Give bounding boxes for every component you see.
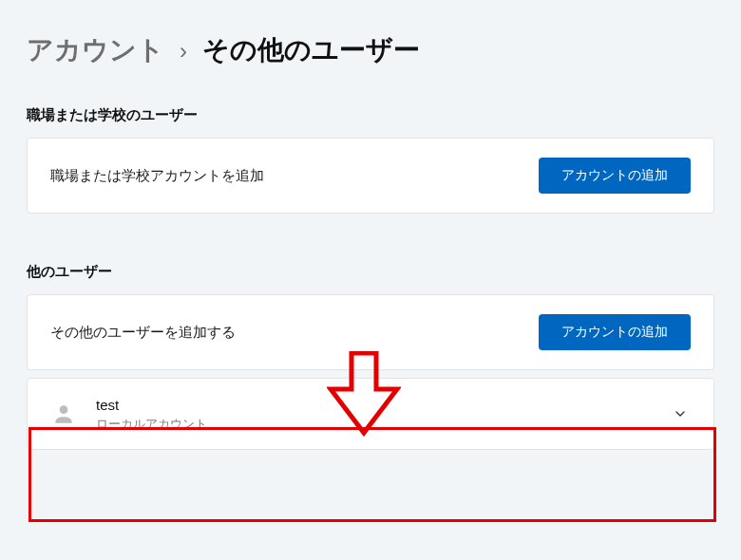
add-work-school-row: 職場または学校アカウントを追加 アカウントの追加 xyxy=(28,139,713,213)
breadcrumb-current: その他のユーザー xyxy=(202,32,420,68)
person-icon xyxy=(48,399,79,429)
user-subtitle: ローカルアカウント xyxy=(96,417,655,433)
section-label-other-users: 他のユーザー xyxy=(27,263,714,281)
work-school-card: 職場または学校アカウントを追加 アカウントの追加 xyxy=(27,138,714,214)
chevron-down-icon[interactable] xyxy=(672,405,689,422)
svg-point-0 xyxy=(60,406,68,415)
breadcrumb-parent[interactable]: アカウント xyxy=(27,32,164,68)
add-work-school-button[interactable]: アカウントの追加 xyxy=(539,158,691,194)
user-row[interactable]: test ローカルアカウント xyxy=(28,379,713,449)
breadcrumb: アカウント › その他のユーザー xyxy=(27,32,714,68)
add-work-school-text: 職場または学校アカウントを追加 xyxy=(50,167,264,185)
add-other-user-row: その他のユーザーを追加する アカウントの追加 xyxy=(28,295,713,369)
add-other-user-button[interactable]: アカウントの追加 xyxy=(539,314,691,350)
user-info: test ローカルアカウント xyxy=(96,396,655,432)
user-entry-card[interactable]: test ローカルアカウント xyxy=(27,378,714,450)
chevron-right-icon: › xyxy=(180,38,187,65)
user-name: test xyxy=(96,396,655,415)
section-label-work-school: 職場または学校のユーザー xyxy=(27,106,714,124)
add-other-user-text: その他のユーザーを追加する xyxy=(50,324,236,342)
other-users-add-card: その他のユーザーを追加する アカウントの追加 xyxy=(27,294,714,370)
